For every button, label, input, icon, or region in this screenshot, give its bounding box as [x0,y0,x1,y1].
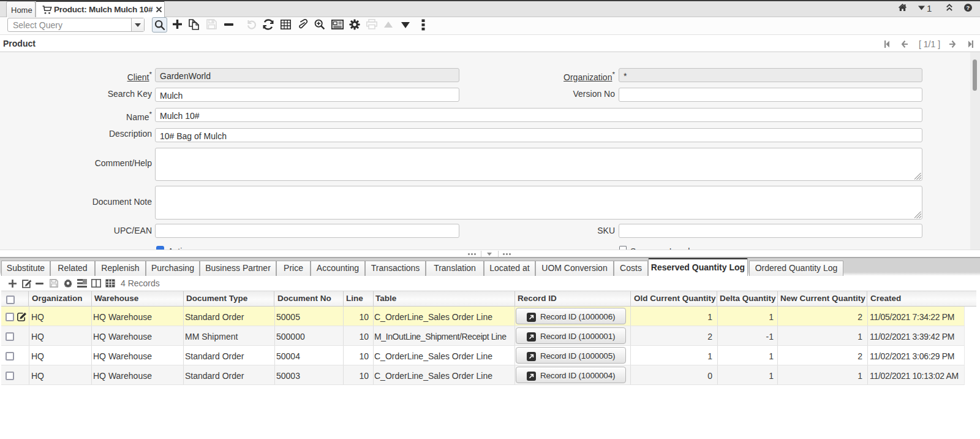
svg-text:?: ? [967,4,970,11]
